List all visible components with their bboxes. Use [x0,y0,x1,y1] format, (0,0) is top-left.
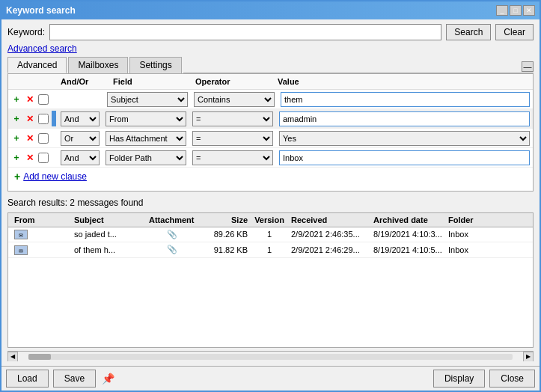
add-clause-plus-1[interactable]: + [11,94,22,105]
col-header-folder: Folder [445,215,530,225]
minimize-button[interactable]: _ [496,5,508,16]
clause-row: + ✕ And Or From Subject Has Attachment F… [8,109,533,129]
cell-version-2: 1 [251,245,288,255]
horizontal-scrollbar[interactable]: ◀ ▶ [7,351,534,361]
clause-op-1[interactable]: Contains = [194,92,275,107]
remove-clause-3[interactable]: ✕ [25,133,35,144]
titlebar-controls: _ □ ✕ [496,5,535,16]
maximize-button[interactable]: □ [510,5,522,16]
titlebar: Keyword search _ □ ✕ [1,1,540,19]
scroll-right-arrow[interactable]: ▶ [523,352,534,362]
clause-field-1[interactable]: Subject From Has Attachment Folder Path [107,92,188,107]
clear-button[interactable]: Clear [495,24,534,40]
bottom-right-buttons: Display Close [433,370,535,388]
pin-icon[interactable]: 📌 [100,371,115,386]
clause-row: + ✕ Subject From Has Attachment Folder P… [8,90,533,109]
display-button[interactable]: Display [433,370,485,388]
close-window-button[interactable]: Close [489,370,535,388]
remove-clause-1[interactable]: ✕ [25,94,35,105]
col-header-archived: Archived date [370,215,445,225]
clause-andor-3[interactable]: Or And [61,131,100,146]
col-header-subject: Subject [71,215,146,225]
add-clause-icon[interactable]: + [14,171,20,183]
keyword-label: Keyword: [7,27,45,37]
cell-archived-2: 8/19/2021 4:10:5... [370,245,445,255]
tab-advanced[interactable]: Advanced [7,57,67,73]
clause-value-3[interactable]: Yes No [279,131,530,146]
keyword-search-window: Keyword search _ □ ✕ Keyword: Search Cle… [0,0,541,392]
add-clause-plus-3[interactable]: + [11,133,22,144]
collapse-button[interactable]: — [522,61,534,72]
save-button[interactable]: Save [53,370,96,388]
clause-checkbox-1[interactable] [38,94,49,105]
clause-row: + ✕ And Or Folder Path Subject From Has … [8,148,533,168]
bottom-left-buttons: Load Save 📌 [6,370,115,388]
header-andor: And/Or [58,76,110,87]
search-button[interactable]: Search [446,24,491,40]
table-row[interactable]: ✉ of them h... 📎 91.82 KB 1 2/9/2021 2:4… [8,242,533,258]
tab-settings[interactable]: Settings [129,57,181,73]
clause-field-3[interactable]: Has Attachment Subject From Folder Path [106,131,186,146]
cell-subject-2: of them h... [71,245,146,255]
add-clause-row: + Add new clause [8,168,533,186]
cell-size-1: 89.26 KB [198,229,251,239]
clause-headers: And/Or Field Operator Value [8,74,533,90]
clause-op-3[interactable]: = Contains [192,131,273,146]
cell-attachment-1: 📎 [146,229,198,240]
clause-value-1[interactable] [281,92,530,107]
clause-field-2[interactable]: From Subject Has Attachment Folder Path [106,111,186,126]
remove-clause-2[interactable]: ✕ [25,114,35,124]
results-body: ✉ so jaded t... 📎 89.26 KB 1 2/9/2021 2:… [8,227,533,348]
clause-op-4[interactable]: = Contains [192,150,273,165]
bottom-bar: Load Save 📌 Display Close [1,366,540,391]
cell-received-2: 2/9/2021 2:46:29... [288,245,370,255]
add-clause-plus-2[interactable]: + [11,114,22,124]
clause-value-2[interactable] [279,111,530,126]
clause-andor-4[interactable]: And Or [61,150,100,165]
cell-folder-1: Inbox [445,229,530,239]
col-header-received: Received [288,215,370,225]
cell-from-2: ✉ [11,244,71,256]
add-clause-plus-4[interactable]: + [11,153,22,163]
window-title: Keyword search [6,5,76,16]
col-header-from: From [11,215,71,225]
search-results-label: Search results: 2 messages found [7,195,534,209]
table-row[interactable]: ✉ so jaded t... 📎 89.26 KB 1 2/9/2021 2:… [8,227,533,243]
header-field: Field [110,76,192,87]
tabs: Advanced Mailboxes Settings — [7,57,534,74]
add-clause-label[interactable]: Add new clause [23,171,87,182]
cell-folder-2: Inbox [445,245,530,255]
results-table: From Subject Attachment Size Version Rec… [7,212,534,349]
cell-size-2: 91.82 KB [198,245,251,255]
drag-handle-2[interactable] [52,111,56,126]
clause-andor-2[interactable]: And Or [61,111,100,126]
clause-checkbox-4[interactable] [38,153,49,163]
cell-from-1: ✉ [11,229,71,241]
clause-checkbox-3[interactable] [38,133,49,144]
remove-clause-4[interactable]: ✕ [25,153,35,163]
cell-received-1: 2/9/2021 2:46:35... [288,229,370,239]
close-button[interactable]: ✕ [523,5,535,16]
header-value: Value [275,76,530,87]
cell-attachment-2: 📎 [146,244,198,255]
scroll-thumb[interactable] [28,354,51,360]
clause-value-4[interactable] [279,150,530,165]
advanced-panel: And/Or Field Operator Value + ✕ Subject … [7,74,534,192]
col-header-version: Version [251,215,288,225]
cell-archived-1: 8/19/2021 4:10:3... [370,229,445,239]
col-header-size: Size [198,215,251,225]
clause-row: + ✕ Or And Has Attachment Subject From F… [8,129,533,148]
keyword-row: Keyword: Search Clear [7,24,534,40]
scroll-left-arrow[interactable]: ◀ [7,352,18,362]
clause-checkbox-2[interactable] [38,114,49,124]
clause-field-4[interactable]: Folder Path Subject From Has Attachment [106,150,186,165]
tab-mailboxes[interactable]: Mailboxes [68,57,128,73]
load-button[interactable]: Load [6,370,49,388]
keyword-input[interactable] [49,24,441,40]
col-header-attachment: Attachment [146,215,198,225]
cell-version-1: 1 [251,229,288,239]
scroll-track [28,354,513,360]
clause-op-2[interactable]: = Contains [192,111,273,126]
advanced-search-link[interactable]: Advanced search [7,43,534,54]
cell-subject-1: so jaded t... [71,229,146,239]
